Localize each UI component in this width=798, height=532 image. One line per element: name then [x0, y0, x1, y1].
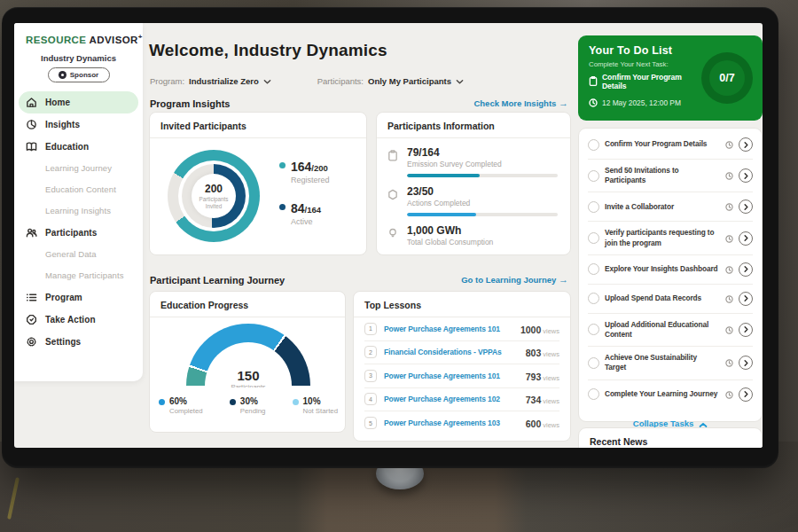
not-started-value: 10%: [303, 396, 338, 406]
registered-label: Registered: [291, 176, 330, 184]
task-row-2[interactable]: Send 50 Invitations to Participants: [588, 160, 753, 192]
legend-completed: 60% Completed: [159, 396, 203, 415]
program-filter-dropdown[interactable]: Program: Industrialize Zero: [150, 73, 271, 89]
lesson-views: 1000: [520, 325, 541, 335]
pending-dot: [230, 399, 236, 405]
task-go-button[interactable]: [739, 356, 753, 370]
program-filter-value: Industrialize Zero: [189, 76, 259, 86]
sponsor-badge[interactable]: Sponsor: [48, 67, 110, 82]
task-go-button[interactable]: [739, 292, 753, 306]
task-go-button[interactable]: [739, 387, 753, 402]
education-gauge-chart: 150 Participants: [186, 324, 310, 387]
sidebar-item-label: Learning Insights: [45, 206, 111, 215]
sidebar-item-learning-insights[interactable]: Learning Insights: [14, 200, 143, 222]
sidebar-item-label: Home: [45, 98, 70, 107]
filter-bar: Program: Industrialize Zero Participants…: [150, 73, 464, 89]
task-row-4[interactable]: Verify participants requesting to join t…: [588, 222, 753, 254]
page-title: Welcome, Industry Dynamics: [149, 41, 387, 60]
task-checkbox[interactable]: [588, 357, 599, 369]
task-checkbox[interactable]: [588, 263, 599, 275]
sidebar-item-program[interactable]: Program: [14, 286, 143, 309]
task-row-7[interactable]: Upload Additional Educational Content: [588, 314, 753, 347]
sidebar-item-participants[interactable]: Participants: [14, 222, 143, 244]
sidebar-item-education[interactable]: Education: [14, 136, 143, 158]
invited-donut-chart: 200 Participants Invited: [168, 150, 260, 242]
clock-icon: [725, 199, 733, 215]
sidebar-item-label: Settings: [45, 337, 81, 347]
lesson-rank: 1: [364, 323, 377, 335]
sidebar-item-label: General Data: [45, 249, 97, 259]
sidebar-item-label: Learning Journey: [45, 163, 112, 173]
task-label: Confirm Your Program Details: [605, 139, 720, 149]
lesson-link[interactable]: Financial Considerations - VPPAs: [384, 348, 519, 356]
gauge-legend: 60% Completed 30% Pending 10% Not Star: [159, 396, 338, 415]
sidebar-item-learning-journey[interactable]: Learning Journey: [14, 158, 143, 179]
views-suffix: views: [543, 374, 559, 382]
lesson-row-1[interactable]: 1 Power Purchase Agreements 101 1000view…: [364, 317, 559, 341]
lesson-link[interactable]: Power Purchase Agreements 101: [384, 372, 519, 380]
legend-active: 84/164 Active: [279, 200, 330, 226]
check-more-insights-link[interactable]: Check More Insights →: [473, 98, 568, 108]
clock-icon: [725, 322, 733, 338]
task-go-button[interactable]: [739, 231, 753, 246]
sponsor-icon: [59, 71, 66, 79]
task-go-button[interactable]: [739, 262, 753, 277]
invited-count: 200: [205, 183, 223, 195]
task-checkbox[interactable]: [588, 232, 599, 244]
sidebar-item-settings[interactable]: Settings: [14, 331, 143, 353]
lesson-row-4[interactable]: 4 Power Purchase Agreements 102 734views: [364, 388, 559, 412]
clipboard-icon: [589, 74, 598, 90]
lesson-views: 803: [526, 348, 542, 358]
sidebar-item-label: Education Content: [45, 184, 116, 194]
not-started-label: Not Started: [303, 407, 338, 415]
sidebar-item-education-content[interactable]: Education Content: [14, 179, 143, 200]
sidebar-item-take-action[interactable]: Take Action: [14, 309, 143, 331]
task-row-8[interactable]: Achieve One Sustainability Target: [588, 347, 753, 379]
lesson-row-3[interactable]: 3 Power Purchase Agreements 101 793views: [364, 364, 559, 388]
actions-completed-label: Actions Completed: [407, 199, 558, 207]
participants-filter-dropdown[interactable]: Participants: Only My Participants: [317, 73, 464, 89]
task-checkbox[interactable]: [588, 293, 599, 304]
top-lessons-card: Top Lessons 1 Power Purchase Agreements …: [353, 291, 571, 442]
sidebar-item-home[interactable]: Home: [19, 91, 138, 113]
task-label: Upload Spend Data Records: [605, 293, 720, 303]
lesson-row-2[interactable]: 2 Financial Considerations - VPPAs 803vi…: [364, 341, 559, 365]
registered-value: 164: [291, 160, 311, 174]
task-checkbox[interactable]: [588, 170, 599, 182]
lesson-link[interactable]: Power Purchase Agreements 102: [384, 395, 519, 403]
task-checkbox[interactable]: [588, 139, 599, 151]
lesson-link[interactable]: Power Purchase Agreements 101: [384, 325, 513, 333]
invited-count-label: Participants Invited: [192, 196, 236, 210]
sidebar-item-insights[interactable]: Insights: [14, 113, 143, 136]
todo-progress-ring: 0/7: [701, 52, 753, 104]
task-row-3[interactable]: Invite a Collaborator: [588, 192, 753, 222]
todo-progress-value: 0/7: [709, 60, 745, 96]
learning-journey-heading: Participant Learning Journey: [150, 275, 285, 286]
task-checkbox[interactable]: [588, 388, 599, 400]
go-to-learning-journey-label: Go to Learning Journey: [461, 275, 556, 285]
lesson-row-5[interactable]: 5 Power Purchase Agreements 103 600views: [364, 411, 559, 435]
task-checkbox[interactable]: [588, 324, 599, 335]
task-checkbox[interactable]: [588, 201, 599, 213]
task-label: Invite a Collaborator: [605, 202, 720, 212]
todo-next-task: Confirm Your Program Details: [589, 73, 702, 90]
task-go-button[interactable]: [739, 137, 753, 152]
go-to-learning-journey-link[interactable]: Go to Learning Journey →: [461, 274, 568, 285]
task-go-button[interactable]: [739, 200, 753, 214]
task-go-button[interactable]: [739, 168, 753, 183]
task-label: Explore Your Insights Dashboard: [605, 264, 720, 274]
sidebar-item-manage-participants[interactable]: Manage Participants: [14, 265, 143, 286]
views-suffix: views: [543, 421, 559, 429]
emission-survey-value: 79/164: [407, 146, 558, 159]
actions-completed-progressbar: [407, 213, 558, 216]
task-row-1[interactable]: Confirm Your Program Details: [588, 130, 753, 160]
actions-icon: [387, 185, 399, 216]
task-row-9[interactable]: Complete Your Learning Journey: [588, 380, 753, 409]
task-go-button[interactable]: [739, 323, 753, 337]
task-row-6[interactable]: Upload Spend Data Records: [588, 285, 753, 314]
chevron-down-icon: [456, 73, 464, 89]
program-icon: [26, 291, 38, 303]
lesson-link[interactable]: Power Purchase Agreements 103: [384, 419, 519, 427]
sidebar-item-general-data[interactable]: General Data: [14, 244, 143, 265]
task-row-5[interactable]: Explore Your Insights Dashboard: [588, 255, 753, 285]
